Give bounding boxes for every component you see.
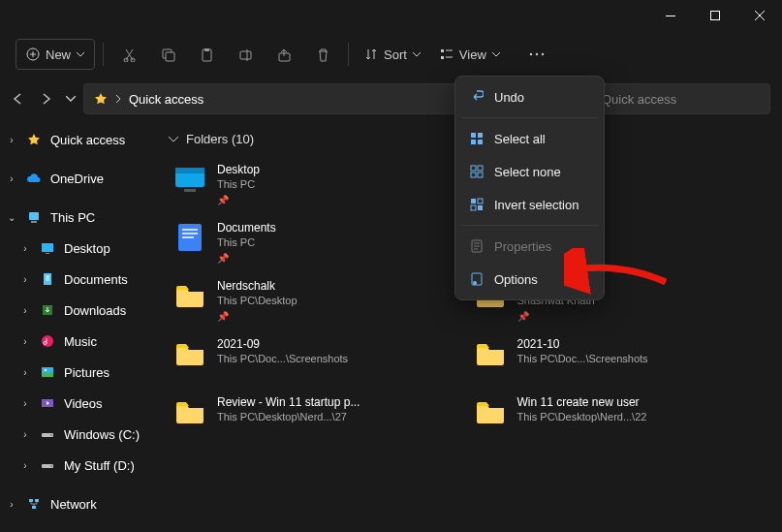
svg-rect-30 — [29, 499, 33, 502]
desktop-icon — [172, 162, 207, 197]
sidebar-item-network[interactable]: ›Network — [0, 488, 155, 519]
sidebar-item-videos[interactable]: ›Videos — [0, 388, 155, 419]
sidebar-item-label: Windows (C:) — [64, 427, 140, 442]
svg-rect-16 — [29, 212, 39, 220]
svg-rect-46 — [471, 172, 476, 177]
folder-name: Win 11 create new user — [517, 394, 647, 410]
svg-point-54 — [473, 281, 477, 285]
back-button[interactable] — [12, 92, 25, 106]
menu-select-none[interactable]: Select none — [459, 155, 600, 188]
sidebar-item-windows-c-[interactable]: ›Windows (C:) — [0, 419, 155, 450]
maximize-button[interactable] — [693, 0, 737, 31]
delete-button[interactable] — [305, 39, 340, 70]
pin-icon: 📌 — [217, 194, 260, 207]
pin-icon: 📌 — [217, 310, 297, 324]
documents-icon — [39, 270, 56, 288]
svg-point-29 — [50, 465, 52, 467]
folder-item[interactable]: Review - Win 11 startup p...This PC\Desk… — [169, 389, 469, 447]
sidebar-item-quick-access[interactable]: ›Quick access — [0, 124, 155, 155]
folder-location: This PC — [217, 235, 276, 250]
close-button[interactable] — [737, 0, 782, 31]
chevron-icon: › — [6, 173, 17, 184]
sort-label: Sort — [384, 47, 407, 62]
svg-rect-18 — [42, 243, 53, 252]
recent-button[interactable] — [66, 92, 76, 106]
sidebar-item-label: Desktop — [64, 241, 110, 256]
plus-icon — [26, 47, 40, 61]
divider — [348, 43, 349, 66]
cloud-icon — [25, 170, 43, 187]
downloads-icon — [39, 301, 56, 319]
sidebar-item-label: Downloads — [64, 303, 126, 318]
divider — [103, 43, 104, 66]
music-icon — [39, 332, 56, 350]
sidebar-item-my-stuff-d-[interactable]: ›My Stuff (D:) — [0, 450, 155, 481]
copy-button[interactable] — [150, 39, 185, 70]
address-title: Quick access — [129, 92, 203, 107]
svg-rect-0 — [666, 16, 675, 16]
sidebar-item-this-pc[interactable]: ⌄This PC — [0, 202, 155, 233]
folder-item[interactable]: 2021-09This PC\Doc...\Screenshots — [169, 330, 469, 389]
new-button[interactable]: New — [16, 39, 95, 70]
sidebar-item-music[interactable]: ›Music — [0, 326, 155, 357]
search-placeholder: Quick access — [602, 92, 676, 107]
minimize-button[interactable] — [648, 0, 693, 31]
menu-select-all[interactable]: Select all — [459, 122, 600, 155]
folder-name: 2021-09 — [217, 336, 348, 352]
sidebar-item-pictures[interactable]: ›Pictures — [0, 357, 155, 388]
svg-rect-35 — [184, 189, 196, 192]
desktop-icon — [39, 239, 56, 257]
svg-rect-43 — [478, 140, 483, 144]
menu-undo-label: Undo — [494, 90, 524, 105]
svg-rect-17 — [31, 221, 37, 223]
folder-item[interactable]: 2021-10This PC\Doc...\Screenshots — [469, 330, 769, 389]
paste-button[interactable] — [189, 39, 224, 70]
search-input[interactable]: Quick access — [591, 83, 770, 114]
rename-button[interactable] — [228, 39, 263, 70]
svg-point-13 — [530, 53, 532, 55]
svg-point-14 — [536, 53, 538, 55]
sidebar-item-label: This PC — [50, 210, 95, 225]
sort-icon — [364, 47, 378, 61]
view-label: View — [459, 47, 486, 62]
sidebar-item-label: My Stuff (D:) — [64, 458, 135, 473]
sidebar-item-onedrive[interactable]: ›OneDrive — [0, 163, 155, 194]
menu-undo[interactable]: Undo — [459, 80, 600, 113]
more-button[interactable] — [519, 39, 554, 70]
svg-rect-9 — [240, 51, 251, 59]
menu-invert-selection[interactable]: Invert selection — [459, 188, 600, 221]
sidebar-item-downloads[interactable]: ›Downloads — [0, 295, 155, 326]
svg-rect-45 — [478, 166, 483, 171]
menu-select-none-label: Select none — [494, 165, 561, 179]
svg-point-22 — [42, 335, 53, 347]
sort-button[interactable]: Sort — [357, 39, 428, 70]
chevron-down-icon — [77, 52, 84, 57]
pictures-icon — [39, 363, 56, 381]
sidebar-item-label: OneDrive — [50, 172, 104, 186]
svg-rect-41 — [478, 133, 483, 138]
forward-button[interactable] — [39, 92, 52, 106]
sidebar-item-documents[interactable]: ›Documents — [0, 264, 155, 295]
folder-location: This PC\Desktop — [217, 294, 297, 308]
folder-location: This PC\Doc...\Screenshots — [217, 352, 348, 366]
sidebar-item-desktop[interactable]: ›Desktop — [0, 233, 155, 264]
chevron-icon: › — [6, 499, 17, 510]
toolbar: New Sort View — [0, 31, 782, 78]
folder-location: This PC — [217, 177, 260, 192]
cut-button[interactable] — [111, 39, 146, 70]
svg-rect-34 — [175, 168, 204, 173]
chevron-icon: ⌄ — [6, 212, 17, 223]
folder-item[interactable]: DocumentsThis PC📌 — [169, 214, 469, 272]
folder-item[interactable]: NerdschalkThis PC\Desktop📌 — [169, 272, 469, 330]
folder-item[interactable]: Win 11 create new userThis PC\Desktop\Ne… — [469, 389, 769, 447]
folder-icon — [172, 336, 207, 371]
svg-rect-6 — [166, 52, 174, 61]
folder-name: Nerdschalk — [217, 278, 297, 294]
menu-options[interactable]: Options — [459, 263, 600, 296]
chevron-down-icon — [169, 137, 178, 142]
view-button[interactable]: View — [432, 39, 508, 70]
folder-item[interactable]: DesktopThis PC📌 — [169, 156, 469, 214]
sidebar-item-label: Videos — [64, 396, 103, 411]
share-button[interactable] — [266, 39, 301, 70]
view-icon — [440, 47, 454, 61]
